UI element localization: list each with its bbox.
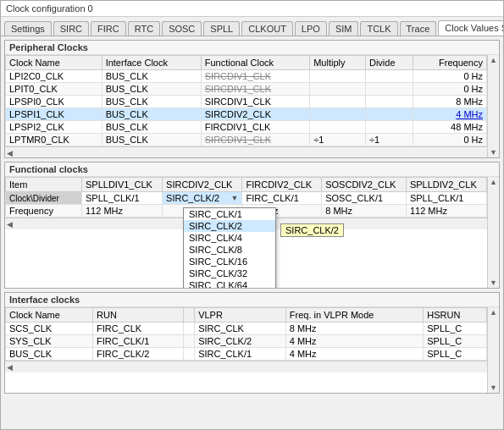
fcol-splldiv1: SPLLDIV1_CLK [82, 178, 163, 192]
icell-freq-vlpr: 8 MHz [285, 322, 423, 335]
interface-clocks-section: Interface clocks Clock Name RUN VLPR Fre… [4, 292, 500, 394]
fcol-fircdiv2: FIRCDIV2_CLK [242, 178, 322, 192]
pcell-functional: FIRCDIV1_CLK [201, 121, 309, 134]
tab-lpo[interactable]: LPO [295, 21, 327, 36]
col-header-functional-clock: Functional Clock [201, 56, 309, 70]
icell-run: FIRC_CLK [93, 322, 184, 335]
icell-run: FIRC_CLK/2 [93, 348, 184, 361]
sirc-clk-value: SIRC_CLK/2 [166, 193, 229, 203]
pcell-interface: BUS_CLK [102, 70, 201, 83]
pcell-divide [365, 108, 413, 121]
title-bar: Clock configuration 0 [1, 1, 503, 17]
pcell-clock: LPIT0_CLK [6, 83, 102, 96]
peripheral-row-1: LPIT0_CLK BUS_CLK SIRCDIV1_CLK 0 Hz [6, 83, 487, 96]
tab-firc[interactable]: FIRC [91, 21, 126, 36]
tab-rtc[interactable]: RTC [128, 21, 160, 36]
frow-freq-spll2: 112 MHz [406, 205, 486, 218]
pcell-divide [365, 70, 413, 83]
frow-freq-label: Frequency [6, 205, 82, 218]
pcell-divide [365, 83, 413, 96]
dropdown-item-sirc1[interactable]: SIRC_CLK/1 [184, 208, 275, 220]
window-title: Clock configuration 0 [6, 3, 93, 14]
interface-row-0: SCS_CLK FIRC_CLK SIRC_CLK 8 MHz SPLL_C [6, 322, 487, 335]
peripheral-row-0: LPI2C0_CLK BUS_CLK SIRCDIV1_CLK 0 Hz [6, 70, 487, 83]
dropdown-item-sirc8[interactable]: SIRC_CLK/8 [184, 244, 275, 256]
tab-sim[interactable]: SIM [329, 21, 359, 36]
fscroll-down[interactable]: ▼ [488, 278, 499, 288]
interface-row-1: SYS_CLK FIRC_CLK/1 SIRC_CLK/2 4 MHz SPLL… [6, 335, 487, 348]
sirc-dropdown-popup[interactable]: SIRC_CLK/1 SIRC_CLK/2 SIRC_CLK/4 SIRC_CL… [183, 207, 276, 288]
iscroll-down[interactable]: ▼ [488, 383, 499, 393]
pcell-multiply [310, 83, 366, 96]
peripheral-clocks-title: Peripheral Clocks [5, 41, 499, 55]
icell-hsrun: SPLL_C [424, 322, 487, 335]
tab-trace[interactable]: Trace [400, 21, 437, 36]
pcell-frequency: 0 Hz [413, 70, 487, 83]
icol-freq-vlpr: Freq. in VLPR Mode [285, 308, 423, 322]
functional-scrollbar-v[interactable]: ▲ ▼ [487, 177, 499, 288]
tab-sosc[interactable]: SOSC [162, 21, 202, 36]
pcell-frequency: 0 Hz [413, 83, 487, 96]
frow-sirc-val[interactable]: SIRC_CLK/2 ▼ [163, 192, 242, 205]
pcell-multiply [310, 70, 366, 83]
scroll-left-arrow[interactable]: ◀ [5, 148, 14, 158]
peripheral-clocks-section: Peripheral Clocks Clock Name Interface C… [4, 40, 500, 158]
icell-empty [183, 335, 194, 348]
tab-clkout[interactable]: CLKOUT [241, 21, 293, 36]
icol-vlpr: VLPR [195, 308, 286, 322]
pcell-divide [365, 121, 413, 134]
pcell-functional: SIRCDIV2_CLK [201, 108, 309, 121]
pcell-clock: LPSPI2_CLK [6, 121, 102, 134]
pcell-divide [365, 96, 413, 108]
icell-clock: SCS_CLK [6, 322, 93, 335]
fscroll-left[interactable]: ◀ [5, 219, 14, 229]
scroll-up-arrow[interactable]: ▲ [488, 55, 499, 65]
icell-freq-vlpr: 4 MHz [285, 335, 423, 348]
icol-name: Clock Name [6, 308, 93, 322]
pcell-frequency: 4 MHz [413, 108, 487, 121]
fcol-splldiv2: SPLLDIV2_CLK [406, 178, 486, 192]
dropdown-item-sirc2[interactable]: SIRC_CLK/2 [184, 220, 275, 232]
fcol-item: Item [6, 178, 82, 192]
interface-scrollbar-h[interactable]: ◀ ▶ [5, 361, 499, 372]
pcell-interface: BUS_CLK [102, 134, 201, 146]
interface-scrollbar-v[interactable]: ▲ ▼ [487, 307, 499, 393]
dropdown-item-sirc16[interactable]: SIRC_CLK/16 [184, 256, 275, 267]
iscroll-up[interactable]: ▲ [488, 307, 499, 317]
tab-settings[interactable]: Settings [4, 21, 52, 36]
scroll-down-arrow[interactable]: ▼ [488, 147, 499, 157]
icell-vlpr: SIRC_CLK/2 [195, 335, 286, 348]
dropdown-item-sirc4[interactable]: SIRC_CLK/4 [184, 232, 275, 244]
pcell-interface: BUS_CLK [102, 83, 201, 96]
tab-clock-values-summary[interactable]: Clock Values Summary [438, 20, 503, 36]
pcell-multiply [310, 108, 366, 121]
fscroll-up[interactable]: ▲ [488, 177, 499, 187]
pcell-clock: LPI2C0_CLK [6, 70, 102, 83]
frow-spll2-val: SPLL_CLK/1 [406, 192, 486, 205]
peripheral-scrollbar-v[interactable]: ▲ ▼ [487, 55, 499, 157]
icol-empty [183, 308, 194, 322]
pcell-multiply: ÷1 [310, 134, 366, 146]
iscroll-left[interactable]: ◀ [5, 362, 14, 372]
tab-spll[interactable]: SPLL [203, 21, 240, 36]
icell-empty [183, 348, 194, 361]
dropdown-arrow-btn[interactable]: ▼ [231, 194, 239, 202]
tab-sirc[interactable]: SIRC [53, 21, 89, 36]
pcell-clock: LPSPI1_CLK [6, 108, 102, 121]
fcol-soscdiv2: SOSCDIV2_CLK [322, 178, 407, 192]
icell-clock: SYS_CLK [6, 335, 93, 348]
peripheral-scrollbar-h[interactable]: ◀ ▶ [5, 146, 499, 157]
tab-tclk[interactable]: TCLK [360, 21, 397, 36]
col-header-multiply: Multiply [310, 56, 366, 70]
pcell-multiply [310, 121, 366, 134]
interface-row-2: BUS_CLK FIRC_CLK/2 SIRC_CLK/1 4 MHz SPLL… [6, 348, 487, 361]
pcell-interface: BUS_CLK [102, 96, 201, 108]
pcell-functional: SIRCDIV1_CLK [201, 96, 309, 108]
dropdown-item-sirc64[interactable]: SIRC_CLK/64 [184, 279, 275, 288]
pcell-functional: SIRCDIV1_CLK [201, 83, 309, 96]
interface-clocks-table: Clock Name RUN VLPR Freq. in VLPR Mode H… [5, 307, 487, 361]
icell-run: FIRC_CLK/1 [93, 335, 184, 348]
pcell-clock: LPTMR0_CLK [6, 134, 102, 146]
peripheral-row-4: LPSPI2_CLK BUS_CLK FIRCDIV1_CLK 48 MHz [6, 121, 487, 134]
dropdown-item-sirc32[interactable]: SIRC_CLK/32 [184, 267, 275, 279]
